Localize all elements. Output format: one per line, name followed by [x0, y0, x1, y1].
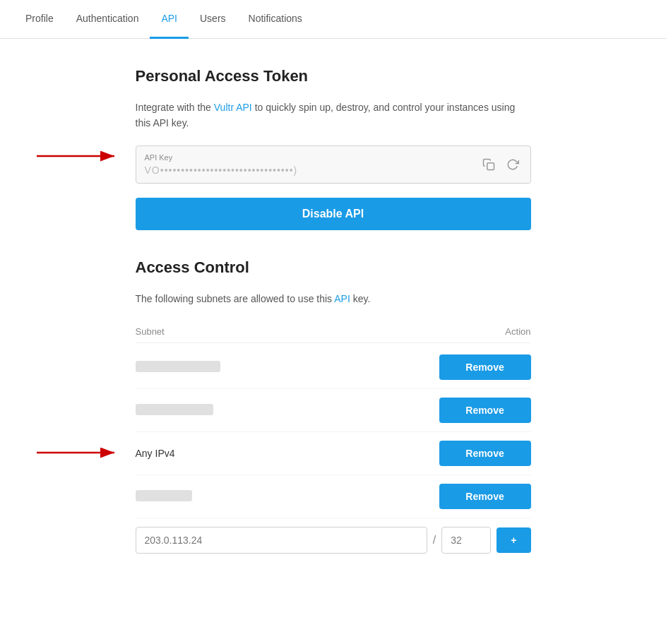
subnet-value-2	[136, 404, 418, 417]
action-col-2: Remove	[418, 398, 531, 423]
svg-rect-2	[487, 163, 494, 170]
tab-users[interactable]: Users	[189, 0, 237, 39]
table-row: Remove	[136, 389, 531, 432]
tab-api[interactable]: API	[150, 0, 189, 39]
api-key-box: API Key VO••••••••••••••••••••••••••••••…	[136, 145, 531, 184]
table-row: Remove	[136, 475, 531, 518]
refresh-api-key-button[interactable]	[504, 155, 522, 174]
personal-access-token-description: Integrate with the Vultr API to quickly …	[136, 100, 531, 131]
access-control-api-link[interactable]: API	[334, 293, 350, 304]
copy-api-key-button[interactable]	[480, 155, 498, 174]
action-col-3: Remove	[418, 441, 531, 466]
mask-input[interactable]	[441, 527, 491, 554]
remove-button-4[interactable]: Remove	[439, 484, 531, 509]
subnet-input[interactable]	[136, 527, 427, 554]
action-col-1: Remove	[418, 354, 531, 380]
tab-authentication[interactable]: Authentication	[65, 0, 150, 39]
api-key-actions	[480, 155, 522, 174]
action-col-4: Remove	[418, 484, 531, 509]
column-subnet-header: Subnet	[136, 326, 418, 337]
api-key-value: VO••••••••••••••••••••••••••••••••)	[145, 165, 298, 176]
remove-button-1[interactable]: Remove	[439, 354, 531, 380]
api-key-wrapper: API Key VO••••••••••••••••••••••••••••••…	[136, 145, 531, 184]
subnet-value-4	[136, 490, 418, 503]
nav-tabs: Profile Authentication API Users Notific…	[0, 0, 666, 39]
add-subnet-button[interactable]: +	[496, 527, 530, 553]
column-action-header: Action	[418, 326, 531, 337]
table-row-any-ipv4: Any IPv4 Remove	[136, 432, 531, 475]
vultr-api-link[interactable]: Vultr API	[214, 102, 252, 113]
access-control-description: The following subnets are allowed to use…	[136, 291, 531, 306]
slash-divider: /	[433, 534, 436, 547]
api-key-label: API Key	[145, 153, 474, 162]
add-subnet-row: / +	[136, 527, 531, 554]
access-control-table: Subnet Action Remove Remove	[136, 321, 531, 554]
table-header: Subnet Action	[136, 321, 531, 343]
arrow-to-api-key	[37, 145, 121, 167]
api-key-inner: API Key VO••••••••••••••••••••••••••••••…	[145, 153, 474, 176]
arrow-to-any-ipv4	[37, 442, 121, 465]
subnet-value-1	[136, 361, 418, 374]
main-content: Personal Access Token Integrate with the…	[121, 39, 545, 582]
tab-profile[interactable]: Profile	[14, 0, 65, 39]
remove-button-3[interactable]: Remove	[439, 441, 531, 466]
subnet-value-3: Any IPv4	[136, 448, 418, 459]
remove-button-2[interactable]: Remove	[439, 398, 531, 423]
personal-access-token-title: Personal Access Token	[136, 67, 531, 85]
disable-api-button[interactable]: Disable API	[136, 198, 531, 230]
access-control-title: Access Control	[136, 258, 531, 277]
table-row: Remove	[136, 346, 531, 389]
tab-notifications[interactable]: Notifications	[237, 0, 314, 39]
